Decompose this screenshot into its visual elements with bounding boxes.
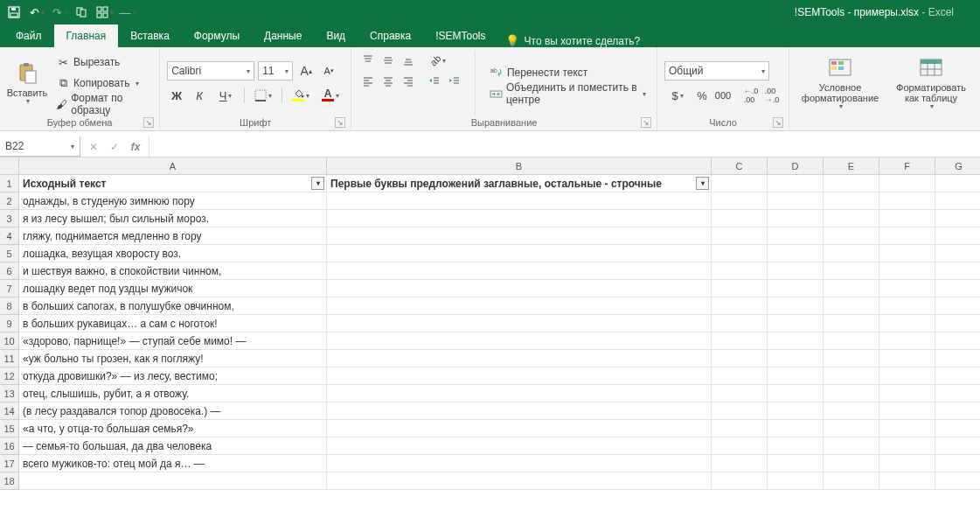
tab-формулы[interactable]: Формулы	[182, 24, 252, 47]
cell-F4[interactable]	[879, 228, 935, 245]
row-header-18[interactable]: 18	[0, 472, 19, 490]
tell-me-search[interactable]: 💡Что вы хотите сделать?	[505, 34, 641, 47]
cell-G4[interactable]	[935, 228, 980, 245]
cell-F5[interactable]	[879, 245, 935, 262]
borders-button[interactable]: ▾	[250, 86, 276, 105]
col-header-A[interactable]: A	[19, 158, 327, 175]
cell-E12[interactable]	[824, 368, 879, 385]
merge-center-button[interactable]: Объединить и поместить в центре▾	[486, 84, 650, 103]
cell-C4[interactable]	[712, 228, 768, 245]
tab-файл[interactable]: Файл	[3, 24, 54, 47]
cell-B11[interactable]	[327, 350, 712, 368]
cell-A6[interactable]: и шествуя важно, в спокойствии чинном,	[19, 262, 327, 280]
number-format-combo[interactable]: Общий▾	[664, 61, 769, 80]
cell-B12[interactable]	[327, 368, 712, 385]
cell-D2[interactable]	[768, 192, 824, 210]
cell-E10[interactable]	[824, 332, 879, 350]
underline-button[interactable]: Ч▾	[212, 86, 239, 105]
col-header-B[interactable]: B	[327, 158, 712, 175]
comma-format-button[interactable]: 000	[713, 86, 733, 105]
cell-D16[interactable]	[768, 438, 824, 455]
cell-D18[interactable]	[768, 472, 824, 490]
cell-B13[interactable]	[327, 385, 712, 402]
cell-G13[interactable]	[935, 385, 980, 402]
cell-E15[interactable]	[824, 420, 879, 438]
orientation-button[interactable]: ab▾	[425, 51, 451, 70]
align-center-button[interactable]	[379, 72, 398, 91]
cell-C11[interactable]	[712, 350, 768, 368]
row-header-11[interactable]: 11	[0, 350, 19, 368]
row-header-10[interactable]: 10	[0, 332, 19, 350]
format-painter-button[interactable]: 🖌Формат по образцу	[52, 94, 152, 114]
cell-F8[interactable]	[879, 298, 935, 315]
accounting-format-button[interactable]: $▾	[664, 86, 691, 105]
font-name-combo[interactable]: Calibri▾	[167, 61, 254, 80]
row-header-14[interactable]: 14	[0, 402, 19, 420]
cell-G8[interactable]	[935, 298, 980, 315]
row-header-12[interactable]: 12	[0, 368, 19, 385]
cell-G14[interactable]	[935, 402, 980, 420]
cell-C3[interactable]	[712, 210, 768, 228]
cell-E16[interactable]	[824, 438, 879, 455]
align-middle-button[interactable]	[379, 51, 398, 70]
col-header-D[interactable]: D	[768, 158, 824, 175]
cell-B14[interactable]	[327, 402, 712, 420]
tab-главная[interactable]: Главная	[54, 24, 119, 47]
cell-C2[interactable]	[712, 192, 768, 210]
cell-C7[interactable]	[712, 280, 768, 298]
font-size-combo[interactable]: 11▾	[258, 61, 293, 80]
cell-F2[interactable]	[879, 192, 935, 210]
cell-F3[interactable]	[879, 210, 935, 228]
cell-D13[interactable]	[768, 385, 824, 402]
copy-button[interactable]: ⧉Копировать▾	[52, 74, 152, 93]
cell-G9[interactable]	[935, 315, 980, 332]
tab-вид[interactable]: Вид	[314, 24, 358, 47]
qat-more[interactable]: —▾	[117, 3, 138, 22]
cell-A1[interactable]: Исходный текст▾	[19, 175, 327, 192]
wrap-text-button[interactable]: abПеренести текст	[486, 63, 650, 82]
cell-D8[interactable]	[768, 298, 824, 315]
row-header-5[interactable]: 5	[0, 245, 19, 262]
row-header-8[interactable]: 8	[0, 298, 19, 315]
cell-D14[interactable]	[768, 402, 824, 420]
cell-F6[interactable]	[879, 262, 935, 280]
cell-D4[interactable]	[768, 228, 824, 245]
cell-D11[interactable]	[768, 350, 824, 368]
cell-F14[interactable]	[879, 402, 935, 420]
cell-D9[interactable]	[768, 315, 824, 332]
select-all-corner[interactable]	[0, 158, 19, 175]
shrink-font-button[interactable]: A▾	[319, 61, 338, 80]
row-header-15[interactable]: 15	[0, 420, 19, 438]
cell-B9[interactable]	[327, 315, 712, 332]
cell-E8[interactable]	[824, 298, 879, 315]
cell-A13[interactable]: отец, слышишь, рубит, а я отвожу.	[19, 385, 327, 402]
cell-A11[interactable]: «уж больно ты грозен, как я погляжу!	[19, 350, 327, 368]
cell-B18[interactable]	[327, 472, 712, 490]
conditional-formatting-button[interactable]: Условное форматирование▾	[796, 51, 884, 116]
cell-F12[interactable]	[879, 368, 935, 385]
percent-format-button[interactable]: %	[692, 86, 712, 105]
cell-C16[interactable]	[712, 438, 768, 455]
cell-G2[interactable]	[935, 192, 980, 210]
clipboard-dialog-launcher[interactable]: ↘	[143, 117, 154, 128]
cell-G18[interactable]	[935, 472, 980, 490]
cell-A18[interactable]	[19, 472, 327, 490]
row-header-17[interactable]: 17	[0, 455, 19, 472]
cell-E2[interactable]	[824, 192, 879, 210]
undo-button[interactable]: ↶▾	[26, 3, 47, 22]
cell-D15[interactable]	[768, 420, 824, 438]
tab-вставка[interactable]: Вставка	[118, 24, 182, 47]
cut-button[interactable]: ✂Вырезать	[52, 52, 152, 72]
decrease-indent-button[interactable]	[425, 72, 444, 91]
col-header-C[interactable]: C	[712, 158, 768, 175]
decrease-decimal-button[interactable]: .00→.0	[762, 86, 782, 105]
cell-G5[interactable]	[935, 245, 980, 262]
row-header-16[interactable]: 16	[0, 438, 19, 455]
cell-A2[interactable]: однажды, в студеную зимнюю пору	[19, 192, 327, 210]
number-dialog-launcher[interactable]: ↘	[773, 117, 783, 128]
cell-G1[interactable]	[935, 175, 980, 192]
cell-C15[interactable]	[712, 420, 768, 438]
cell-D6[interactable]	[768, 262, 824, 280]
col-header-E[interactable]: E	[824, 158, 879, 175]
cell-E17[interactable]	[824, 455, 879, 472]
